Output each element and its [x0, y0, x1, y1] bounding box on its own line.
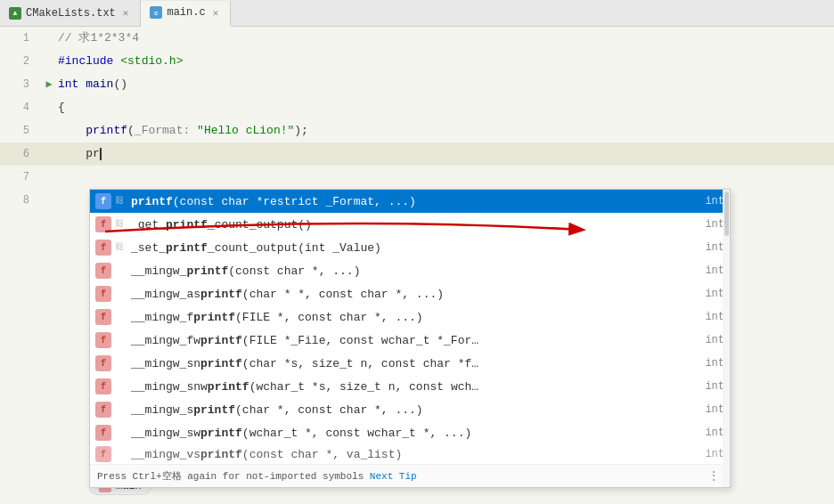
ac-item-mingw-sprintf[interactable]: f · __mingw_sprintf(char *, const char *…: [90, 398, 730, 421]
ac-link-icon-6: ·: [115, 311, 127, 323]
ac-func-icon-2: f: [95, 216, 111, 232]
ac-name-4: __mingw_printf(const char *, ...): [131, 264, 696, 278]
ac-more-button[interactable]: ⋮: [705, 467, 723, 485]
autocomplete-dropdown: f ⛓ printf(const char *restrict _Format,…: [89, 189, 731, 488]
ac-func-icon-9: f: [95, 378, 111, 394]
run-arrow-icon[interactable]: ▶: [45, 73, 52, 96]
line-number-2: 2: [0, 50, 40, 73]
code-line-6: 6 pr: [0, 142, 834, 166]
text-cursor: [100, 148, 102, 160]
ac-item-mingw-printf[interactable]: f · __mingw_printf(const char *, ...) in…: [90, 259, 730, 282]
line-number-6: 6: [0, 142, 40, 166]
ac-link-icon-8: ·: [115, 357, 127, 370]
code-line-1: 1 // 求1*2*3*4: [0, 27, 834, 50]
ac-func-icon-8: f: [95, 355, 111, 371]
ac-link-icon-2: ⛓: [115, 218, 127, 231]
code-line-4: 4 {: [0, 96, 834, 119]
line-number-8: 8: [0, 189, 40, 212]
ac-item-mingw-fprintf[interactable]: f · __mingw_fprintf(FILE *, const char *…: [90, 305, 730, 329]
code-content-6: pr: [58, 142, 834, 166]
ac-name-12: __mingw_vsprintf(const char *, va_list): [131, 448, 696, 461]
ac-scrollbar-thumb[interactable]: [724, 191, 729, 236]
ac-name-3: _set_printf_count_output(int _Value): [131, 241, 696, 255]
ac-type-6: int: [705, 311, 724, 323]
ac-func-icon-3: f: [95, 240, 111, 256]
ac-type-8: int: [705, 357, 724, 370]
gutter-3: ▶: [40, 73, 58, 96]
ac-func-icon-7: f: [95, 332, 111, 348]
ac-type-4: int: [705, 264, 724, 277]
tab-cmake[interactable]: ▲ CMakeLists.txt ✕: [0, 0, 141, 26]
ac-item-mingw-fwprintf[interactable]: f · __mingw_fwprintf(FILE *_File, const …: [90, 329, 730, 352]
code-lines: 1 // 求1*2*3*4 2 #include <stdio.h> 3 ▶ i…: [0, 27, 834, 212]
ac-item-mingw-snprintf[interactable]: f · __mingw_snprintf(char *s, size_t n, …: [90, 352, 730, 375]
next-tip-link[interactable]: Next Tip: [370, 471, 417, 482]
ac-footer: Press Ctrl+空格 again for not-imported sym…: [90, 464, 730, 487]
ac-link-icon-5: ·: [115, 288, 127, 300]
ac-name-1: printf(const char *restrict _Format, ...…: [131, 195, 696, 208]
ac-item-get-printf[interactable]: f ⛓ _get_printf_count_output() int: [90, 213, 730, 236]
code-editor[interactable]: 1 // 求1*2*3*4 2 #include <stdio.h> 3 ▶ i…: [0, 27, 834, 504]
tab-cmake-label: CMakeLists.txt: [26, 7, 116, 20]
ac-name-8: __mingw_snprintf(char *s, size_t n, cons…: [131, 357, 696, 370]
ac-link-icon-9: ·: [115, 380, 127, 393]
ac-type-2: int: [705, 218, 724, 231]
code-line-2: 2 #include <stdio.h>: [0, 50, 834, 73]
line-number-7: 7: [0, 166, 40, 189]
ac-type-5: int: [705, 288, 724, 300]
code-content-4: {: [58, 96, 834, 119]
line-number-4: 4: [0, 96, 40, 119]
ac-name-6: __mingw_fprintf(FILE *, const char *, ..…: [131, 311, 696, 324]
ac-item-mingw-snwprintf[interactable]: f · __mingw_snwprintf(wchar_t *s, size_t…: [90, 375, 730, 398]
ac-link-icon-10: ·: [115, 403, 127, 416]
line-number-1: 1: [0, 27, 40, 50]
code-line-7: 7: [0, 166, 834, 189]
ac-link-icon-1: ⛓: [115, 195, 127, 207]
ac-item-mingw-vsprintf[interactable]: f · __mingw_vsprintf(const char *, va_li…: [90, 444, 730, 464]
ac-func-icon-4: f: [95, 263, 111, 279]
ac-type-9: int: [705, 380, 724, 393]
ac-item-printf[interactable]: f ⛓ printf(const char *restrict _Format,…: [90, 190, 730, 213]
ac-type-10: int: [705, 403, 724, 416]
ac-name-11: __mingw_swprintf(wchar_t *, const wchar_…: [131, 427, 696, 440]
code-line-5: 5 printf(_Format: "Hello cLion!");: [0, 119, 834, 142]
ac-name-9: __mingw_snwprintf(wchar_t *s, size_t n, …: [131, 380, 696, 394]
code-content-3: int main(): [58, 73, 834, 96]
code-content-5: printf(_Format: "Hello cLion!");: [58, 119, 834, 142]
tab-main-label: main.c: [167, 6, 205, 19]
ac-link-icon-11: ·: [115, 427, 127, 439]
ac-type-7: int: [705, 334, 724, 346]
ac-type-11: int: [705, 427, 724, 439]
ac-item-mingw-asprintf[interactable]: f · __mingw_asprintf(char * *, const cha…: [90, 282, 730, 305]
ac-func-icon-11: f: [95, 425, 111, 441]
ac-link-icon-7: ·: [115, 334, 127, 346]
ac-link-icon-12: ·: [115, 448, 127, 460]
code-content-2: #include <stdio.h>: [58, 50, 834, 73]
tab-bar: ▲ CMakeLists.txt ✕ c main.c ✕: [0, 0, 834, 27]
ac-func-icon-6: f: [95, 309, 111, 325]
ac-link-icon-3: ⛓: [115, 241, 127, 254]
ac-name-2: _get_printf_count_output(): [131, 218, 696, 232]
line-number-3: 3: [0, 73, 40, 96]
ac-func-icon-12: f: [95, 446, 111, 462]
code-line-3: 3 ▶ int main(): [0, 73, 834, 96]
ac-scrollbar[interactable]: [723, 190, 730, 487]
ac-func-icon-5: f: [95, 286, 111, 302]
ac-item-set-printf[interactable]: f ⛓ _set_printf_count_output(int _Value)…: [90, 236, 730, 259]
c-file-icon: c: [150, 6, 162, 19]
ac-tip-text: Press Ctrl+空格 again for not-imported sym…: [97, 469, 417, 483]
line-number-5: 5: [0, 119, 40, 142]
tab-main[interactable]: c main.c ✕: [141, 1, 231, 27]
tab-cmake-close[interactable]: ✕: [120, 6, 132, 20]
ac-name-7: __mingw_fwprintf(FILE *_File, const wcha…: [131, 334, 696, 347]
ac-func-icon-10: f: [95, 402, 111, 418]
ac-item-mingw-swprintf[interactable]: f · __mingw_swprintf(wchar_t *, const wc…: [90, 421, 730, 444]
ac-type-1: int: [705, 195, 724, 207]
ac-name-5: __mingw_asprintf(char * *, const char *,…: [131, 288, 696, 301]
cmake-icon: ▲: [9, 7, 21, 20]
ac-func-icon-1: f: [95, 193, 111, 209]
ac-type-3: int: [705, 241, 724, 254]
tab-main-close[interactable]: ✕: [210, 6, 222, 20]
ac-type-12: int: [705, 448, 724, 460]
ac-name-10: __mingw_sprintf(char *, const char *, ..…: [131, 403, 696, 417]
